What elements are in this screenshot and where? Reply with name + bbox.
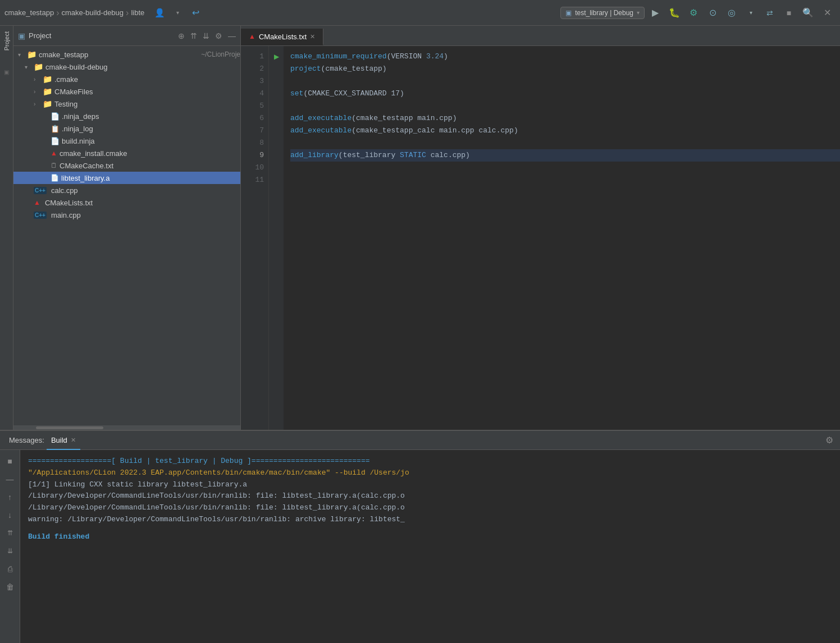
ninja-deps-icon: 📄 (51, 112, 60, 121)
line-num-4: 4 (241, 88, 268, 100)
update-icon-btn[interactable]: ↩ (187, 4, 204, 21)
scroll-up-btn[interactable]: ↑ (2, 489, 18, 505)
tree-item-cmake-install[interactable]: › ▲ cmake_install.cmake (13, 147, 240, 159)
tree-expand-icon[interactable]: ⇊ (203, 31, 209, 40)
tree-scrollbar-thumb (36, 426, 103, 429)
tree-item-cmake[interactable]: › 📁 .cmake (13, 73, 240, 85)
cmakelists-label: CMakeLists.txt (45, 199, 240, 207)
testing-label: Testing (54, 100, 240, 108)
search-button[interactable]: 🔍 (800, 4, 816, 21)
run-button[interactable]: ▶ (647, 4, 664, 21)
breadcrumb-file[interactable]: libte (131, 8, 144, 17)
run-gutter-5 (269, 100, 284, 112)
code-line-9: add_library(test_library STATIC calc.cpp… (290, 149, 840, 162)
tree-item-calc-cpp[interactable]: › C++ calc.cpp (13, 184, 240, 196)
root-path: ~/CLionProje (201, 50, 240, 58)
ninja-log-label: .ninja_log (62, 125, 240, 133)
breadcrumb: cmake_testapp › cmake-build-debug › libt… (4, 8, 144, 18)
run-gutter-9 (269, 149, 284, 162)
stop-button[interactable]: ■ (780, 4, 797, 21)
testing-icon: 📁 (43, 99, 52, 108)
tree-item-build-debug[interactable]: ▾ 📁 cmake-build-debug (13, 61, 240, 73)
toolbar: cmake_testapp › cmake-build-debug › libt… (0, 0, 840, 26)
tree-hide-icon[interactable]: — (228, 31, 236, 40)
tree-locate-icon[interactable]: ⊕ (178, 31, 185, 40)
tree-item-ninja-log[interactable]: › 📋 .ninja_log (13, 122, 240, 135)
run-config-selector[interactable]: ▣ test_library | Debug ▾ (560, 7, 645, 19)
build-debug-icon: 📁 (34, 62, 43, 71)
run-arrow-icon[interactable]: ▶ (274, 53, 279, 61)
run-gutter-1[interactable]: ▶ (269, 50, 284, 63)
tree-item-testing[interactable]: › 📁 Testing (13, 98, 240, 110)
code-line-5 (290, 100, 840, 112)
tree-item-build-ninja[interactable]: › 📄 build.ninja (13, 135, 240, 147)
jump-bottom-btn[interactable]: ⇊ (2, 543, 18, 559)
user-icon-btn[interactable]: 👤 (151, 4, 168, 21)
calc-cpp-icon: C++ (34, 187, 47, 194)
coverage-button[interactable]: ⚙ (685, 4, 702, 21)
tree-item-cmakefiles[interactable]: › 📁 CMakeFiles (13, 85, 240, 98)
file-tree-panel: ▣ Project ⊕ ⇈ ⇊ ⚙ — ▾ 📁 cmake_testapp ~/… (13, 26, 241, 430)
profile-button[interactable]: ⊙ (704, 4, 721, 21)
main-cpp-icon: C++ (34, 212, 47, 219)
build-ninja-icon: 📄 (51, 137, 60, 145)
build-tab-close[interactable]: ✕ (71, 437, 76, 444)
tab-cmakelists[interactable]: ▲ CMakeLists.txt ✕ (241, 29, 323, 45)
tree-collapse-icon[interactable]: ⇈ (190, 31, 197, 40)
chevron-cmake: › (34, 76, 40, 82)
line-num-10: 10 (241, 162, 268, 174)
file-tree-content: ▾ 📁 cmake_testapp ~/CLionProje ▾ 📁 cmake… (13, 46, 240, 425)
breadcrumb-folder[interactable]: cmake-build-debug (62, 8, 124, 17)
settings-gear-btn[interactable]: ⚙ (825, 435, 833, 445)
tab-close-btn[interactable]: ✕ (310, 33, 315, 40)
cmakecache-icon: 🗒 (51, 162, 57, 169)
tree-item-main-cpp[interactable]: › C++ main.cpp (13, 209, 240, 221)
code-line-1: cmake_minimum_required(VERSION 3.24) (290, 50, 840, 63)
tab-build[interactable]: Build ✕ (47, 431, 80, 450)
line-num-8: 8 (241, 137, 268, 149)
file-tree-label: Project (29, 31, 51, 40)
run-gutter-8 (269, 137, 284, 149)
valgrind-button[interactable]: ◎ (723, 4, 740, 21)
libtest-icon: 📄 (51, 174, 59, 182)
print-btn[interactable]: ⎙ (2, 561, 18, 577)
tree-item-cmakelists[interactable]: › ▲ CMakeLists.txt (13, 196, 240, 209)
line-num-11: 11 (241, 174, 268, 186)
debug-button[interactable]: 🐛 (666, 4, 683, 21)
code-editor: 1 2 3 4 5 6 7 8 9 10 11 ▶ (241, 46, 840, 430)
cmake-install-label: cmake_install.cmake (60, 149, 240, 158)
libtest-label: libtest_library.a (61, 174, 240, 182)
code-line-2: project(cmake_testapp) (290, 63, 840, 75)
clear-btn[interactable]: 🗑 (2, 579, 18, 595)
ninja-deps-label: .ninja_deps (62, 112, 240, 121)
breadcrumb-project[interactable]: cmake_testapp (4, 8, 54, 17)
tree-item-ninja-deps[interactable]: › 📄 .ninja_deps (13, 110, 240, 122)
line-num-2: 2 (241, 63, 268, 75)
tree-item-libtest[interactable]: › 📄 libtest_library.a (13, 172, 240, 184)
chevron-testing: › (34, 101, 40, 107)
stop-strip-btn[interactable]: ■ (2, 453, 18, 469)
settings-button[interactable]: ✕ (819, 4, 836, 21)
cmakefiles-label: CMakeFiles (54, 88, 240, 96)
build-ninja-label: build.ninja (62, 137, 240, 145)
cmake-label: .cmake (54, 75, 240, 84)
tree-item-cmakecache[interactable]: › 🗒 CMakeCache.txt (13, 159, 240, 172)
tree-settings-icon[interactable]: ⚙ (215, 31, 222, 40)
root-folder-icon: 📁 (27, 50, 36, 59)
project-tab[interactable]: Project (2, 28, 11, 54)
run-config-icon: ▣ (565, 9, 572, 17)
code-content[interactable]: cmake_minimum_required(VERSION 3.24) pro… (284, 46, 840, 430)
tab-label: CMakeLists.txt (259, 33, 307, 41)
tree-root[interactable]: ▾ 📁 cmake_testapp ~/CLionProje (13, 48, 240, 61)
build-output-line6: warning: /Library/Developer/CommandLineT… (28, 514, 832, 526)
more-run-button[interactable]: ▾ (742, 4, 759, 21)
scroll-down-btn[interactable]: ↓ (2, 507, 18, 523)
pause-strip-btn[interactable]: — (2, 471, 18, 487)
jump-top-btn[interactable]: ⇈ (2, 525, 18, 541)
cmake-reload-button[interactable]: ⇄ (761, 4, 778, 21)
build-output-line4: /Library/Developer/CommandLineTools/usr/… (28, 490, 832, 502)
tree-scrollbar[interactable] (13, 425, 240, 430)
side-strip-item1[interactable]: ▣ (1, 66, 12, 77)
run-gutter-7 (269, 125, 284, 137)
dropdown-btn[interactable]: ▾ (169, 4, 186, 21)
